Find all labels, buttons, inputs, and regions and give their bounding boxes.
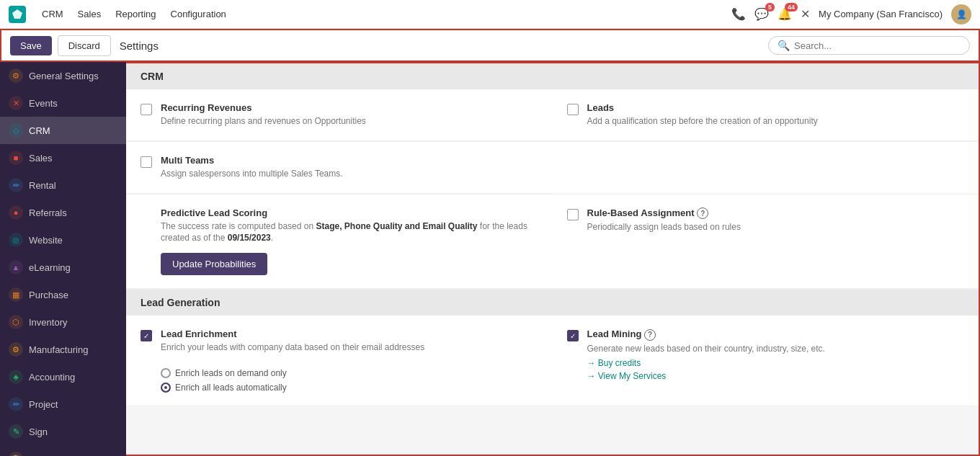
- nav-configuration[interactable]: Configuration: [169, 6, 228, 22]
- sidebar: ⚙General Settings✕Events◇CRM■Sales✏Renta…: [0, 62, 126, 456]
- sidebar-label-rental: Rental: [29, 180, 56, 191]
- rule-based-help-icon[interactable]: ?: [697, 207, 708, 219]
- multi-teams-setting: Multi Teams Assign salespersons into mul…: [126, 142, 553, 194]
- rule-based-checkbox[interactable]: [567, 209, 579, 220]
- sidebar-item-sign[interactable]: ✎Sign: [0, 418, 126, 445]
- sidebar-item-purchase[interactable]: ▦Purchase: [0, 281, 126, 308]
- nav-right: 📞 💬 5 🔔 44 ✕ My Company (San Francisco) …: [731, 4, 971, 24]
- leads-desc: Add a qualification step before the crea…: [587, 115, 965, 128]
- sidebar-icon-website: ◎: [9, 233, 23, 247]
- sidebar-item-events[interactable]: ✕Events: [0, 89, 126, 117]
- sidebar-icon-sign: ✎: [9, 424, 23, 439]
- lead-enrichment-title: Lead Enrichment: [161, 328, 538, 339]
- toolbar: Save Discard Settings 🔍: [0, 29, 980, 62]
- sidebar-label-crm: CRM: [29, 125, 50, 136]
- recurring-revenues-setting: Recurring Revenues Define recurring plan…: [126, 89, 553, 141]
- predictive-desc-date: 09/15/2023: [228, 233, 271, 243]
- sidebar-item-manufacturing[interactable]: ⚙Manufacturing: [0, 336, 126, 363]
- nav-crm[interactable]: CRM: [40, 6, 65, 22]
- save-button[interactable]: Save: [10, 36, 52, 55]
- discard-button[interactable]: Discard: [58, 35, 111, 56]
- predictive-lead-title: Predictive Lead Scoring: [161, 207, 538, 218]
- recurring-revenues-title: Recurring Revenues: [161, 102, 538, 113]
- radio-all-auto-icon: [161, 383, 171, 393]
- predictive-desc-bold: Stage, Phone Quality and Email Quality: [316, 221, 477, 231]
- multi-teams-desc: Assign salespersons into multiple Sales …: [161, 168, 538, 180]
- update-probabilities-button[interactable]: Update Probabilities: [161, 253, 267, 275]
- search-input[interactable]: [794, 40, 961, 51]
- lead-enrichment-radio-group: Enrich leads on demand only Enrich all l…: [161, 368, 287, 393]
- sidebar-icon-planning: 📋: [9, 452, 23, 456]
- sidebar-icon-elearning: ▲: [9, 260, 23, 274]
- multi-teams-title: Multi Teams: [161, 155, 538, 166]
- sidebar-item-referrals[interactable]: ●Referrals: [0, 199, 126, 226]
- sidebar-item-rental[interactable]: ✏Rental: [0, 171, 126, 199]
- nav-items: CRM Sales Reporting Configuration: [40, 6, 228, 22]
- multi-teams-checkbox[interactable]: [141, 156, 152, 168]
- sidebar-item-accounting[interactable]: ♣Accounting: [0, 363, 126, 390]
- predictive-lead-desc: The success rate is computed based on St…: [161, 220, 538, 245]
- lead-mining-desc: Generate new leads based on their countr…: [587, 343, 965, 355]
- sidebar-item-elearning[interactable]: ▲eLearning: [0, 254, 126, 281]
- leads-setting: Leads Add a qualification step before th…: [553, 89, 979, 141]
- lead-mining-title: Lead Mining ?: [587, 328, 965, 341]
- sidebar-label-elearning: eLearning: [29, 262, 71, 273]
- user-avatar[interactable]: 👤: [951, 4, 971, 24]
- rule-based-setting: Rule-Based Assignment ? Periodically ass…: [553, 195, 979, 290]
- lead-enrichment-checkbox[interactable]: ✓: [141, 330, 152, 341]
- sidebar-item-website[interactable]: ◎Website: [0, 226, 126, 254]
- rule-based-desc: Periodically assign leads based on rules: [587, 221, 965, 233]
- sidebar-icon-inventory: ⬡: [9, 315, 23, 329]
- search-box: 🔍: [768, 36, 970, 55]
- sidebar-label-sales: Sales: [29, 153, 53, 164]
- top-navigation: CRM Sales Reporting Configuration 📞 💬 5 …: [0, 0, 980, 29]
- app-logo[interactable]: [9, 6, 26, 23]
- predictive-desc-before: The success rate is computed based on: [161, 221, 316, 231]
- radio-all-auto[interactable]: Enrich all leads automatically: [161, 383, 287, 393]
- sidebar-item-project[interactable]: ✏Project: [0, 390, 126, 418]
- search-icon: 🔍: [778, 40, 790, 51]
- sidebar-icon-crm: ◇: [9, 123, 23, 138]
- sidebar-item-crm[interactable]: ◇CRM: [0, 117, 126, 144]
- leads-checkbox[interactable]: [567, 104, 579, 115]
- sidebar-icon-accounting: ♣: [9, 370, 23, 384]
- phone-icon[interactable]: 📞: [731, 7, 746, 21]
- sidebar-label-website: Website: [29, 235, 63, 246]
- buy-credits-link[interactable]: → Buy credits: [587, 358, 965, 368]
- activity-icon[interactable]: 🔔 44: [778, 7, 792, 21]
- radio-on-demand-label: Enrich leads on demand only: [175, 368, 287, 378]
- lead-enrichment-setting: ✓ Lead Enrichment Enrich your leads with…: [126, 316, 553, 406]
- sidebar-label-purchase: Purchase: [29, 290, 68, 300]
- nav-sales[interactable]: Sales: [76, 6, 103, 22]
- sidebar-icon-sales: ■: [9, 151, 23, 165]
- company-name: My Company (San Francisco): [819, 9, 943, 19]
- sidebar-icon-general-settings: ⚙: [9, 68, 23, 83]
- toolbar-settings-label: Settings: [120, 40, 159, 52]
- leads-title: Leads: [587, 102, 965, 113]
- lead-generation-section-header: Lead Generation: [126, 290, 979, 316]
- sidebar-item-inventory[interactable]: ⬡Inventory: [0, 308, 126, 336]
- sidebar-label-manufacturing: Manufacturing: [29, 344, 88, 355]
- sidebar-icon-events: ✕: [9, 96, 23, 110]
- lead-mining-help-icon[interactable]: ?: [644, 329, 656, 341]
- radio-on-demand[interactable]: Enrich leads on demand only: [161, 368, 287, 378]
- main-content: CRM Recurring Revenues Define recurring …: [126, 62, 980, 456]
- lead-mining-setting: ✓ Lead Mining ? Generate new leads based…: [553, 316, 979, 406]
- recurring-revenues-desc: Define recurring plans and revenues on O…: [161, 115, 538, 128]
- nav-reporting[interactable]: Reporting: [114, 6, 157, 22]
- radio-all-auto-label: Enrich all leads automatically: [175, 383, 287, 393]
- sidebar-item-general-settings[interactable]: ⚙General Settings: [0, 62, 126, 89]
- sidebar-icon-manufacturing: ⚙: [9, 342, 23, 357]
- crm-section-header: CRM: [126, 63, 979, 89]
- chat-icon[interactable]: 💬 5: [754, 7, 769, 21]
- recurring-revenues-checkbox[interactable]: [141, 104, 152, 115]
- lead-mining-checkbox[interactable]: ✓: [567, 330, 579, 341]
- rule-based-title: Rule-Based Assignment ?: [587, 207, 965, 220]
- sidebar-item-sales[interactable]: ■Sales: [0, 144, 126, 171]
- sidebar-label-referrals: Referrals: [29, 207, 67, 218]
- sidebar-label-sign: Sign: [29, 426, 48, 437]
- sidebar-item-planning[interactable]: 📋Planning: [0, 445, 126, 456]
- view-services-link[interactable]: → View My Services: [587, 371, 965, 381]
- lead-enrichment-desc: Enrich your leads with company data base…: [161, 341, 538, 354]
- close-icon[interactable]: ✕: [801, 7, 810, 21]
